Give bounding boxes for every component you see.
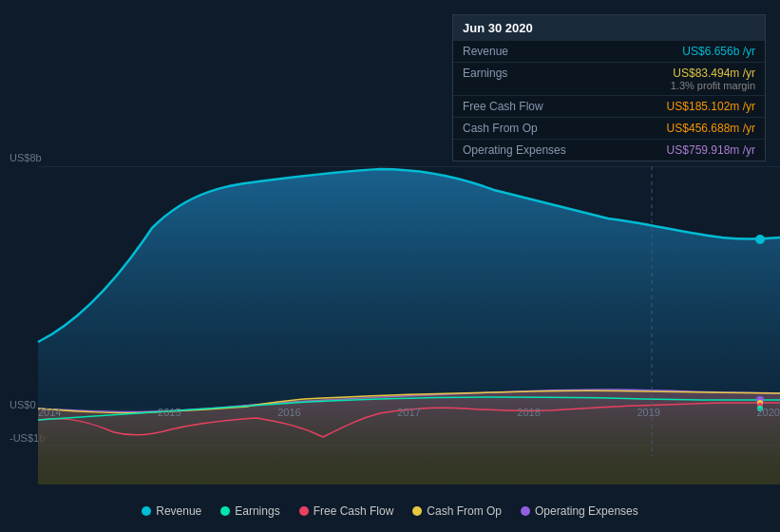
legend-cashfromop[interactable]: Cash From Op — [412, 504, 502, 518]
legend-fcf[interactable]: Free Cash Flow — [299, 504, 394, 518]
legend-cashfromop-label: Cash From Op — [427, 504, 502, 518]
legend-opex-dot — [521, 506, 530, 516]
x-label-2017: 2017 — [397, 407, 420, 418]
tooltip-revenue-row: Revenue US$6.656b /yr — [453, 41, 765, 63]
tooltip-revenue-value: US$6.656b /yr — [682, 45, 755, 58]
legend-fcf-label: Free Cash Flow — [314, 504, 394, 518]
tooltip-cashfromop-row: Cash From Op US$456.688m /yr — [453, 118, 765, 140]
tooltip-opex-value: US$759.918m /yr — [667, 143, 755, 157]
tooltip-fcf-row: Free Cash Flow US$185.102m /yr — [453, 96, 765, 118]
x-label-2016: 2016 — [277, 407, 300, 418]
x-label-2018: 2018 — [517, 407, 540, 418]
legend-opex[interactable]: Operating Expenses — [521, 504, 638, 518]
x-label-2015: 2015 — [158, 407, 181, 418]
legend-revenue[interactable]: Revenue — [142, 504, 201, 518]
tooltip-revenue-label: Revenue — [463, 45, 586, 58]
legend-revenue-dot — [142, 506, 151, 516]
legend-revenue-label: Revenue — [156, 504, 201, 518]
x-label-2019: 2019 — [637, 407, 659, 418]
tooltip-earnings-value: US$83.494m /yr — [671, 66, 755, 80]
tooltip-cashfromop-value: US$456.688m /yr — [667, 122, 755, 135]
chart-legend: Revenue Earnings Free Cash Flow Cash Fro… — [0, 504, 780, 518]
legend-earnings-label: Earnings — [235, 504, 279, 518]
tooltip-fcf-label: Free Cash Flow — [463, 100, 586, 113]
x-labels: 2014 2015 2016 2017 2018 2019 2020 — [38, 407, 780, 418]
revenue-dot — [755, 235, 765, 244]
tooltip-opex-label: Operating Expenses — [463, 143, 586, 157]
data-tooltip: Jun 30 2020 Revenue US$6.656b /yr Earnin… — [452, 14, 766, 162]
x-label-2020: 2020 — [756, 407, 779, 418]
legend-fcf-dot — [299, 506, 309, 516]
tooltip-opex-row: Operating Expenses US$759.918m /yr — [453, 140, 765, 161]
legend-earnings-dot — [220, 506, 230, 516]
x-label-2014: 2014 — [38, 407, 61, 418]
tooltip-earnings-label: Earnings — [463, 66, 586, 80]
tooltip-earnings-margin: 1.3% profit margin — [671, 80, 755, 91]
legend-cashfromop-dot — [412, 506, 422, 516]
legend-opex-label: Operating Expenses — [535, 504, 638, 518]
legend-earnings[interactable]: Earnings — [220, 504, 279, 518]
tooltip-fcf-value: US$185.102m /yr — [667, 100, 755, 113]
tooltip-earnings-row: Earnings US$83.494m /yr 1.3% profit marg… — [453, 63, 765, 96]
tooltip-date: Jun 30 2020 — [453, 15, 765, 41]
tooltip-cashfromop-label: Cash From Op — [463, 122, 586, 135]
